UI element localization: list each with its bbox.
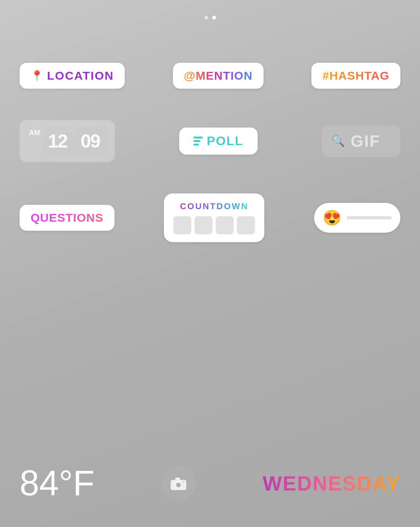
camera-button[interactable] xyxy=(161,466,196,501)
countdown-box-2 xyxy=(195,216,213,234)
clock-hours: 12 xyxy=(48,130,67,152)
poll-bar-2 xyxy=(193,140,200,142)
location-icon: 📍 xyxy=(31,70,43,82)
clock-hours-segment: 12 xyxy=(42,127,73,155)
location-sticker[interactable]: 📍 LOCATION xyxy=(20,63,125,89)
countdown-sticker[interactable]: COUNTDOWN xyxy=(164,193,264,242)
day-label: WEDNESDAY xyxy=(263,472,400,495)
gif-label: GIF xyxy=(351,132,380,151)
questions-sticker[interactable]: QUESTIONS xyxy=(20,205,115,231)
hashtag-label: #HASHTAG xyxy=(322,69,389,82)
emoji-slider-sticker[interactable]: 😍 xyxy=(314,203,400,233)
sticker-row-3: QUESTIONS COUNTDOWN 😍 xyxy=(20,193,400,242)
page-dot-2[interactable] xyxy=(212,16,216,20)
mention-label: @MENTION xyxy=(184,69,253,82)
countdown-boxes xyxy=(173,216,255,234)
countdown-box-3 xyxy=(216,216,234,234)
stickers-area: 📍 LOCATION @MENTION #HASHTAG AM 12 09 xyxy=(0,63,420,242)
poll-bar-3 xyxy=(193,144,199,146)
questions-label: QUESTIONS xyxy=(31,211,104,224)
countdown-box-4 xyxy=(237,216,255,234)
clock-minutes: 09 xyxy=(80,130,100,152)
clock-sticker[interactable]: AM 12 09 xyxy=(20,120,115,162)
clock-ampm: AM xyxy=(29,129,40,137)
hashtag-sticker[interactable]: #HASHTAG xyxy=(311,63,400,89)
svg-point-2 xyxy=(176,483,180,487)
temperature-display: 84°F xyxy=(20,463,95,503)
mention-sticker[interactable]: @MENTION xyxy=(173,63,264,89)
poll-bar-1 xyxy=(193,137,203,139)
sticker-row-1: 📍 LOCATION @MENTION #HASHTAG xyxy=(20,63,400,89)
clock-minutes-segment: 09 xyxy=(75,127,105,155)
countdown-box-1 xyxy=(173,216,191,234)
poll-sticker[interactable]: POLL xyxy=(179,128,258,155)
emoji-slider-track[interactable] xyxy=(347,216,392,219)
sticker-row-2: AM 12 09 POLL 🔍 GIF xyxy=(20,120,400,162)
search-icon: 🔍 xyxy=(331,135,345,148)
countdown-label: COUNTDOWN xyxy=(180,201,249,212)
svg-point-4 xyxy=(183,481,184,483)
page-dots xyxy=(204,16,216,20)
camera-icon xyxy=(170,476,187,491)
svg-rect-3 xyxy=(175,478,180,480)
poll-icon xyxy=(193,137,203,146)
location-label: LOCATION xyxy=(47,69,114,82)
bottom-bar: 84°F WEDNESDAY xyxy=(0,463,420,503)
emoji-slider-icon: 😍 xyxy=(323,209,341,226)
gif-sticker[interactable]: 🔍 GIF xyxy=(322,126,400,157)
page-dot-1[interactable] xyxy=(204,16,208,20)
poll-label: POLL xyxy=(207,134,243,148)
